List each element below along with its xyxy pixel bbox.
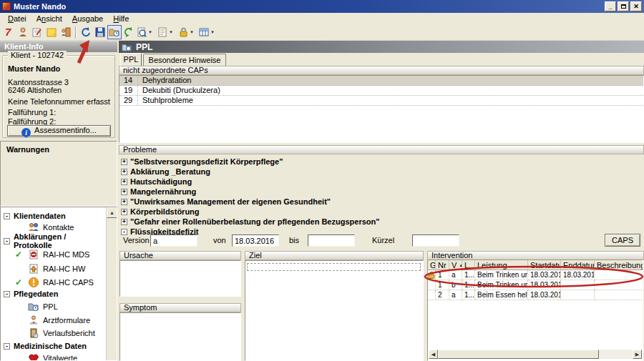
column-header-beschreibung[interactable]: Beschreibung [595,260,643,270]
von-label: von [213,236,226,244]
problem-item[interactable]: +Abklärung _Beratung [121,167,210,177]
caps-row[interactable]: 14Dehydratation [119,76,643,86]
tree-item-kontakte[interactable]: Kontakte [1,222,105,233]
collapse-icon[interactable]: - [4,213,10,219]
save-button[interactable] [93,25,107,39]
assessment-info-button[interactable]: iAssessmentinfo... [7,125,111,137]
refresh-green-button[interactable] [122,25,136,39]
menu-ausgabe[interactable]: Ausgabe [67,14,108,24]
ppl-toolbar-button[interactable] [107,25,122,39]
edit-note-button[interactable] [30,25,44,39]
save-icon [94,26,106,38]
close-button[interactable]: ✕ [630,1,642,11]
tree-item-rai-hc-hw[interactable]: RAI-HC HW [1,263,105,275]
tree-item-ppl[interactable]: PPL [1,301,105,312]
grid-button[interactable]: ▼ [198,25,219,39]
column-header-l[interactable]: L... [462,260,475,270]
refresh-button[interactable] [79,25,93,39]
tree-section-medizinische-daten[interactable]: - Medizinische Daten [1,340,105,352]
column-header-g[interactable]: G... [428,260,436,270]
tree-scrollbar[interactable]: ▲ [106,207,117,361]
minimize-button[interactable]: _ [605,1,616,11]
notepad-pencil-icon [31,26,43,38]
expand-icon[interactable]: + [121,189,127,195]
document-mds-icon [28,249,39,260]
ziel-list[interactable] [245,260,424,361]
doctor-icon [28,315,39,326]
contacts-icon [28,222,39,233]
column-header-v[interactable]: V ▲ [449,260,462,270]
tree-section-abklaerungen[interactable]: - Abklärungen / Protokolle [1,235,105,247]
warnings-title: Warnungen [6,145,49,154]
symptom-list[interactable] [119,312,241,361]
client-name: Muster Nando [8,64,60,73]
problem-item[interactable]: +"Selbstversorgungsdefizit Körperpflege" [121,157,283,167]
scrollbar-thumb[interactable] [438,350,599,359]
tab-strip: PPL Besondere Hinweise [119,53,644,66]
lock-cell [428,270,436,280]
kuerzel-input[interactable] [412,234,459,247]
expand-icon[interactable]: + [121,209,127,215]
menu-ansicht[interactable]: Ansicht [31,14,67,24]
client-button[interactable] [16,25,30,39]
ppl-header: PPL [119,41,644,53]
expand-icon[interactable]: + [121,179,127,185]
tree-item-arztformulare[interactable]: Arztformulare [1,315,105,326]
intervention-hscrollbar[interactable]: ◀ ▶ [429,350,642,359]
ppl-header-title: PPL [136,42,152,52]
folder-clock-icon [109,26,120,38]
caps-button[interactable]: CAPS [605,234,640,247]
expand-icon[interactable]: + [121,219,127,225]
logo-button[interactable]: 7 [1,25,16,39]
tree-item-vitalwerte[interactable]: Vitalwerte [1,352,105,361]
client-case1: Fallführung 1: [8,108,56,117]
ursache-panel-header: Ursache [119,251,241,260]
probleme-section-header: Probleme [119,145,644,154]
tab-besondere-hinweise[interactable]: Besondere Hinweise [143,54,226,66]
sticky-note-button[interactable] [44,25,59,39]
sticky-note-icon [46,26,57,38]
collapse-icon[interactable]: - [4,238,10,244]
expand-icon[interactable]: + [121,199,127,205]
tree-item-verlaufsbericht[interactable]: Verlaufsbericht [1,327,105,339]
report-button[interactable]: ▼ [157,25,177,39]
print-preview-button[interactable]: ▼ [136,25,157,39]
bis-input[interactable] [308,234,355,247]
tree-item-rai-hc-mds[interactable]: ✓ RAI-HC MDS [1,249,105,260]
ursache-list[interactable] [119,260,241,297]
heart-icon [28,352,39,361]
column-header-enddatum[interactable]: Enddatum [561,260,595,270]
problem-item[interactable]: +Mangelernährung [121,187,196,197]
caps-section-header: nicht zugeordnete CAPs [119,66,644,75]
scroll-up-icon[interactable]: ▲ [107,207,117,218]
problem-item[interactable]: +Hautschädigung [121,177,192,187]
column-header-leistung[interactable]: Leistung [475,260,528,270]
caps-row[interactable]: 19Dekubiti (Druckulzera) [119,86,643,96]
tree-section-pflegedaten[interactable]: - Pflegedaten [1,288,105,300]
title-bar: Muster Nando _ ✕ [0,0,644,13]
tab-ppl[interactable]: PPL [120,53,142,66]
collapse-icon[interactable]: - [4,291,10,297]
tree-item-rai-hc-caps[interactable]: ✓ RAI-HC CAPS [1,277,105,288]
problem-item[interactable]: +"Gefahr einer Rollenüberbelastung der p… [121,217,379,227]
version-input[interactable] [150,234,197,247]
collapse-icon[interactable]: - [4,343,10,350]
expand-icon[interactable]: + [121,159,127,165]
restore-button[interactable] [618,1,629,11]
person-exit-button[interactable] [59,25,73,39]
lock-button[interactable]: ▼ [177,25,198,39]
intervention-table: G... Nr V ▲ L... Leistung Startdatum End… [427,259,643,361]
expand-icon[interactable]: + [121,169,127,175]
client-groupbox-title: Klient - 102742 [8,51,67,59]
scroll-left-icon[interactable]: ◀ [429,350,438,359]
problem-item[interactable]: +"Unwirksames Management der eigenen Ges… [121,197,331,207]
tree-section-klientendaten[interactable]: - Klientendaten [1,210,105,222]
menu-datei[interactable]: Datei [3,14,31,24]
menu-hilfe[interactable]: Hilfe [108,14,134,24]
scroll-right-icon[interactable]: ▶ [633,350,642,359]
column-header-startdatum[interactable]: Startdatum [528,260,561,270]
caps-row[interactable]: 29Stuhlprobleme [119,96,643,106]
column-header-nr[interactable]: Nr [436,260,449,270]
von-input[interactable] [232,234,279,247]
problem-item[interactable]: +Körperbildstörung [121,207,200,217]
